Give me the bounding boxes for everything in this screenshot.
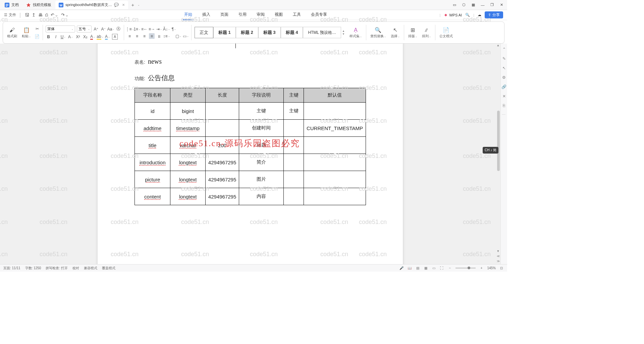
collapse-up-icon[interactable]: ⌃ <box>502 47 506 52</box>
link-icon[interactable]: 🔗 <box>502 84 506 89</box>
style-normal[interactable]: 正文 <box>195 27 213 38</box>
group-style-set[interactable]: Ạ 样式集⌄ <box>348 27 363 39</box>
status-compat[interactable]: 兼容模式 <box>84 266 97 271</box>
tab-start[interactable]: 开始 <box>183 10 194 20</box>
database-table[interactable]: 字段名称 类型 长度 字段说明 主键 默认值 id bigint 主键 主键 a… <box>135 88 366 205</box>
sort-para-icon[interactable]: Ă↓⌄ <box>164 26 169 32</box>
group-find[interactable]: 🔍 查找替换⌄ <box>369 27 387 39</box>
style-h2[interactable]: 标题 2 <box>236 27 258 38</box>
share-button[interactable]: ⇪分享 <box>485 11 503 18</box>
style-gallery[interactable]: 正文 标题 1 标题 2 标题 3 标题 4 HTML 预设格… ▲▼ <box>194 26 346 39</box>
tab-templates[interactable]: 找稻壳模板 <box>23 1 55 9</box>
status-words[interactable]: 字数: 1250 <box>25 266 41 271</box>
scroll-up-icon[interactable]: ▲ <box>496 44 500 48</box>
style-h1[interactable]: 标题 1 <box>213 27 236 38</box>
web-view-icon[interactable]: ▦ <box>423 266 428 271</box>
table-row[interactable]: content longtext 4294967295 内容 <box>135 188 366 205</box>
align-justify-icon[interactable]: ≡ <box>149 33 155 39</box>
group-arrange[interactable]: ⫽ 排列⌄ <box>421 27 432 39</box>
font-name-select[interactable]: 宋体⌄ <box>46 25 75 33</box>
apps-icon[interactable]: ▦ <box>469 1 478 9</box>
table-row[interactable]: title varchar 200 标题 <box>135 137 366 154</box>
copy-icon[interactable]: 📄 <box>34 34 40 39</box>
font-color-button[interactable]: A⌄ <box>90 34 96 40</box>
italic-button[interactable]: I <box>53 34 59 40</box>
next-page-icon[interactable]: ≫ <box>496 260 500 264</box>
number-list-icon[interactable]: 1≡⌄ <box>134 26 140 32</box>
decrease-font-icon[interactable]: A⁻ <box>101 26 106 32</box>
cursor-icon[interactable]: ↖ <box>502 66 506 70</box>
zoom-out-icon[interactable]: − <box>447 266 452 271</box>
tab-reference[interactable]: 引用 <box>237 10 248 20</box>
clip-icon[interactable]: ⎘ <box>502 103 506 108</box>
font-size-select[interactable]: 五号⌄ <box>77 25 92 33</box>
table-row[interactable]: id bigint 主键 主键 <box>135 103 366 120</box>
style-down-icon[interactable]: ▼ <box>342 33 345 36</box>
add-tab-button[interactable]: + <box>129 1 137 9</box>
scroll-down-icon[interactable]: ▼ <box>496 249 500 254</box>
status-mode[interactable]: 覆盖模式 <box>102 266 115 271</box>
style-h3[interactable]: 标题 3 <box>258 27 281 38</box>
distribute-icon[interactable]: ⫼ <box>156 33 162 39</box>
show-marks-icon[interactable]: ¶⌄ <box>171 26 177 32</box>
group-format-painter[interactable]: 🖌 格式刷 <box>6 27 18 39</box>
read-icon[interactable]: 📖 <box>407 266 412 271</box>
group-sort[interactable]: ⊞ 排版⌄ <box>407 27 419 39</box>
zoom-value[interactable]: 145% <box>487 266 496 270</box>
align-left-icon[interactable]: ≡ <box>127 33 132 39</box>
close-button[interactable]: ✕ <box>497 1 506 9</box>
outline-icon[interactable]: ▭ <box>431 266 436 271</box>
border-icon[interactable]: ▢⌄ <box>175 33 181 39</box>
line-spacing-icon[interactable]: ↕≡⌄ <box>164 33 169 39</box>
fill-icon[interactable]: ▭⌄ <box>183 33 189 39</box>
style-h4[interactable]: 标题 4 <box>281 27 303 38</box>
document-area[interactable]: 表名: news 功能: 公告信息 字段名称 类型 长度 字段说明 主键 默认值… <box>0 44 500 264</box>
fit-icon[interactable]: ⊡ <box>499 266 504 271</box>
page[interactable]: 表名: news 功能: 公告信息 字段名称 类型 长度 字段说明 主键 默认值… <box>98 44 403 264</box>
preview-icon[interactable]: ⎙ <box>45 12 48 17</box>
print-icon[interactable]: 🖶 <box>38 12 43 17</box>
status-spell[interactable]: 拼写检查: 打开 <box>46 266 68 271</box>
group-official[interactable]: 📄 公文模式 <box>438 27 454 39</box>
settings-icon[interactable]: ⚙ <box>502 75 506 80</box>
cube-icon[interactable]: ⬡ <box>460 1 468 9</box>
document-body[interactable]: 表名: news 功能: 公告信息 字段名称 类型 长度 字段说明 主键 默认值… <box>135 58 366 205</box>
tab-current-doc[interactable]: W springbooth8wh6数据库文… 💬 ✕ <box>55 1 128 9</box>
bold-button[interactable]: B <box>46 34 51 40</box>
tab-overflow[interactable]: ⌄ <box>138 3 140 6</box>
tab-page[interactable]: 页面 <box>219 10 230 20</box>
underline-button[interactable]: U⌄ <box>60 34 66 40</box>
close-icon[interactable]: ✕ <box>122 3 125 7</box>
group-paste[interactable]: 📋 粘贴⌄ <box>20 27 32 39</box>
vertical-scrollbar[interactable]: ▲ ▼ ≪ ≫ <box>496 44 500 264</box>
table-row[interactable]: picture longtext 4294967295 图片 <box>135 171 366 188</box>
table-row[interactable]: introduction longtext 4294967295 简介 <box>135 154 366 171</box>
ime-indicator[interactable]: CH ♪ 简 <box>483 147 498 154</box>
table-row[interactable]: addtime timestamp 创建时间 CURRENT_TIMESTAMP <box>135 120 366 137</box>
search-icon[interactable]: 🔍 <box>465 13 470 17</box>
tab-view-icon[interactable]: ▭ <box>450 1 459 9</box>
clear-format-icon[interactable]: Ⓐ <box>115 26 121 32</box>
tab-review[interactable]: 审阅 <box>255 10 266 20</box>
tool-icon[interactable]: ✕ <box>502 94 506 99</box>
style-html[interactable]: HTML 预设格… <box>303 27 341 38</box>
align-center-icon[interactable]: ≡ <box>134 33 140 39</box>
strike-button[interactable]: A⌄ <box>68 34 73 40</box>
status-page[interactable]: 页面: 11/11 <box>3 266 20 271</box>
comment-icon[interactable]: 💬 <box>114 3 119 7</box>
cut-icon[interactable]: ✂ <box>34 26 40 32</box>
undo-icon[interactable]: ↶⌄ <box>51 12 58 17</box>
align-right-icon[interactable]: ≡ <box>142 33 147 39</box>
wps-ai-button[interactable]: WPS AI <box>444 13 462 17</box>
fullscreen-icon[interactable]: ⛶ <box>439 266 444 271</box>
cloud-icon[interactable]: ☁ <box>478 13 481 17</box>
indent-icon[interactable]: ≡→ <box>149 26 155 32</box>
tab-settings-icon[interactable]: ⇥⌄ <box>156 26 162 32</box>
outdent-icon[interactable]: ≡← <box>142 26 147 32</box>
status-proof[interactable]: 校对 <box>72 266 79 271</box>
redo-icon[interactable]: ↷⌄ <box>61 12 69 17</box>
file-menu[interactable]: ☰文件 <box>2 11 18 18</box>
subscript-button[interactable]: X₂ <box>83 34 88 40</box>
prev-page-icon[interactable]: ≪ <box>496 254 500 259</box>
style-up-icon[interactable]: ▲ <box>342 30 345 33</box>
